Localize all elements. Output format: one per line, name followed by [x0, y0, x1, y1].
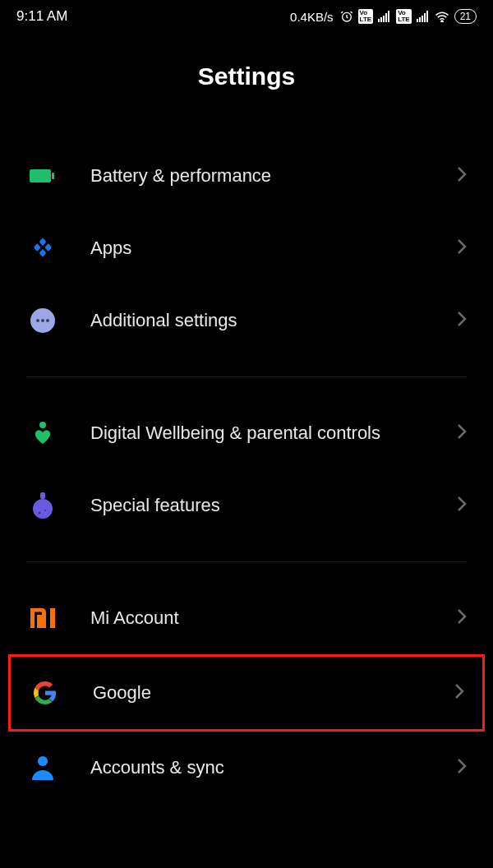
svg-rect-7: [419, 17, 421, 22]
svg-rect-2: [380, 17, 382, 22]
highlight-box: Google: [8, 654, 485, 732]
svg-point-11: [441, 21, 443, 22]
more-icon: [26, 304, 59, 337]
settings-list: Battery & performance Apps Additional se…: [0, 140, 493, 804]
apps-icon: [26, 232, 59, 265]
item-label: Additional settings: [90, 308, 457, 333]
battery-icon: [26, 159, 59, 192]
svg-rect-19: [40, 492, 45, 499]
item-additional[interactable]: Additional settings: [20, 284, 473, 357]
chevron-right-icon: [457, 238, 467, 258]
chevron-right-icon: [457, 311, 467, 330]
mi-icon: [26, 602, 59, 635]
item-label: Mi Account: [90, 606, 457, 630]
signal-icon-2: [417, 11, 430, 22]
status-indicators: 0.4KB/s VoLTE VoLTE 21: [290, 9, 477, 24]
item-wellbeing[interactable]: Digital Wellbeing & parental controls: [20, 397, 473, 469]
chevron-right-icon: [457, 166, 467, 186]
divider: [26, 376, 467, 377]
svg-point-18: [39, 422, 46, 428]
svg-rect-1: [378, 19, 380, 22]
wellbeing-icon: [26, 417, 59, 450]
svg-rect-5: [388, 11, 389, 22]
chevron-right-icon: [457, 608, 467, 628]
item-apps[interactable]: Apps: [20, 212, 473, 284]
svg-rect-8: [422, 16, 423, 22]
item-label: Digital Wellbeing & parental controls: [90, 421, 457, 446]
wifi-icon: [435, 11, 449, 22]
volte-icon-2: VoLTE: [396, 9, 412, 24]
status-bar: 9:11 AM 0.4KB/s VoLTE VoLTE 21: [0, 0, 493, 33]
svg-rect-12: [30, 169, 51, 182]
svg-rect-9: [424, 13, 426, 22]
chevron-right-icon: [457, 496, 467, 515]
signal-icon-1: [378, 11, 391, 22]
item-accounts[interactable]: Accounts & sync: [20, 732, 473, 804]
svg-point-22: [44, 510, 46, 511]
google-icon: [29, 676, 62, 709]
chevron-right-icon: [457, 423, 467, 443]
svg-point-17: [46, 319, 49, 322]
svg-point-23: [38, 756, 48, 766]
svg-point-20: [33, 499, 53, 519]
network-speed: 0.4KB/s: [290, 10, 334, 24]
svg-rect-4: [385, 13, 387, 22]
item-label: Google: [93, 681, 454, 705]
item-label: Accounts & sync: [90, 755, 457, 780]
item-special[interactable]: Special features: [20, 469, 473, 542]
special-icon: [26, 489, 59, 522]
svg-rect-13: [52, 173, 54, 179]
item-mi-account[interactable]: Mi Account: [20, 582, 473, 654]
volte-icon-1: VoLTE: [358, 9, 374, 24]
alarm-icon: [340, 10, 353, 23]
item-label: Apps: [90, 236, 457, 261]
svg-point-21: [39, 512, 41, 515]
item-google[interactable]: Google: [22, 657, 471, 729]
status-time: 9:11 AM: [16, 8, 67, 25]
item-label: Special features: [90, 493, 457, 518]
person-icon: [26, 751, 59, 784]
item-label: Battery & performance: [90, 164, 457, 188]
page-title: Settings: [0, 33, 493, 140]
chevron-right-icon: [457, 758, 467, 778]
chevron-right-icon: [454, 683, 464, 703]
battery-indicator: 21: [454, 9, 477, 24]
item-battery[interactable]: Battery & performance: [20, 140, 473, 212]
svg-rect-10: [426, 11, 428, 22]
svg-rect-6: [417, 19, 418, 22]
svg-point-15: [36, 319, 39, 322]
svg-point-16: [41, 319, 44, 322]
svg-rect-3: [383, 16, 385, 22]
divider: [26, 561, 467, 562]
